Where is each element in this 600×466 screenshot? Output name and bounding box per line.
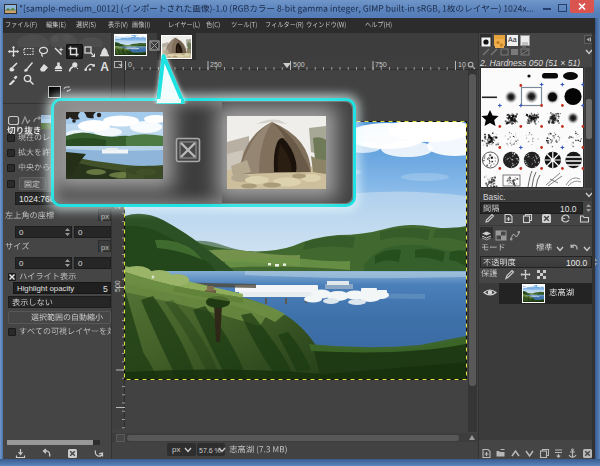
svg-text:A: A — [100, 61, 109, 72]
